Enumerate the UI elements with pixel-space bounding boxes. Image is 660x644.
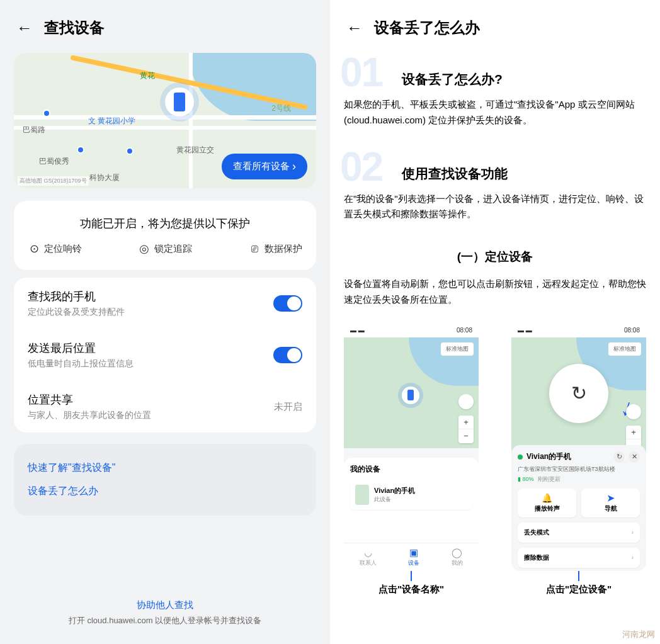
device-list-item: Vivian的手机此设备 [350,480,472,510]
device-pin-icon [402,387,419,404]
caption-b: 点击"定位设备" [511,570,646,596]
phone-status-bar: ▬ ▬08:08 [344,323,479,337]
phone-bottom-sheet: Vivian的手机 ↻ ✕ 广东省深圳市宝安区国际机场T3航站楼 ▮ 80%刚刚… [511,445,646,571]
subsection-title: (一）定位设备 [344,249,646,265]
step-1: 01 设备丢了怎么办? 如果您的手机、平板丢失或被盗，可通过"查找设备"App … [344,64,646,128]
refresh-icon: ↻ [549,364,608,423]
phone-map: 标准地图 ↻ ↓ +− [511,337,646,458]
feature-data-protect: ⎚数据保护 [248,242,302,255]
action-lost-mode: 丢失模式 [518,523,640,543]
phone-map: 标准地图 +− [344,337,479,448]
step-title: 使用查找设备功能 [344,159,646,183]
setting-send-last-location[interactable]: 发送最后位置低电量时自动上报位置信息 [14,329,316,381]
titlebar: ← 查找设备 [14,0,316,53]
feature-card: 功能已开启，将为您提供以下保护 ⊙定位响铃 ◎锁定追踪 ⎚数据保护 [14,201,316,270]
settings-card: 查找我的手机定位此设备及受支持配件 发送最后位置低电量时自动上报位置信息 位置共… [14,278,316,432]
action-navigate: ➤导航 [581,489,640,517]
tab-me: ◯我的 [452,547,463,567]
map-type-tag: 标准地图 [441,342,474,356]
sheet-title: 我的设备 [350,464,472,475]
device-address: 广东省深圳市宝安区国际机场T3航站楼 [518,465,640,473]
page-title: 查找设备 [44,18,105,38]
map-road-label: 黄花园立交 [176,145,214,155]
battery-status: ▮ 80%刚刚更新 [518,475,640,483]
close-icon: ✕ [629,451,640,463]
map-card[interactable]: 黄花 黄花园立交 文 黄花园小学 巴蜀路 巴蜀俊秀 科协大厦 2号线 查看所有设… [14,53,316,188]
link-quick-learn[interactable]: 快速了解"查找设备" [28,456,302,480]
phone-screenshot-a: ▬ ▬08:08 标准地图 +− 我的设备 Vivian的手机此设备 [344,323,479,571]
bell-icon: 🔔 [518,493,576,503]
map-copyright: 高德地图 GS(2018)1709号 [18,176,89,186]
link-device-lost[interactable]: 设备丢了怎么办 [28,480,302,503]
phone-screenshot-b: ▬ ▬08:08 标准地图 ↻ ↓ +− Vivian的手机 ↻ ✕ [511,323,646,571]
map-poi-label: 黄花 [140,71,155,81]
tab-contacts: ◡联系人 [360,547,377,567]
device-thumb-icon [355,485,369,505]
step-body: 在"我的设备"列表选择一个设备，进入设备详情页，进行定位、响铃、设置丢失模式和擦… [344,191,646,223]
device-name: Vivian的手机 [526,451,610,462]
caption-a: 点击"设备名称" [344,570,479,596]
phone-screenshots-row: ▬ ▬08:08 标准地图 +− 我的设备 Vivian的手机此设备 [344,323,646,596]
feature-lock-track: ◎锁定追踪 [138,242,192,255]
subsection-body: 设备位置将自动刷新，您也可以点击刷新按钮，远程发起定位，帮助您快速定位丢失设备所… [344,276,646,308]
map-poi-icon [126,147,134,155]
find-device-screen: ← 查找设备 黄花 黄花园立交 文 黄花园小学 巴蜀路 巴蜀俊秀 科协大厦 2号… [0,0,330,644]
tabbar: ◡联系人 ▣设备 ◯我的 [344,543,479,571]
zoom-control: +− [458,415,474,443]
phone-bottom-sheet: 我的设备 Vivian的手机此设备 ◡联系人 ▣设备 ◯我的 [344,458,479,571]
map-school-label: 文 黄花园小学 [88,116,135,127]
footer: 协助他人查找 打开 cloud.huawei.com 以便他人登录帐号并查找设备 [0,599,330,626]
view-all-devices-button[interactable]: 查看所有设备 [222,154,307,179]
back-arrow-icon[interactable]: ← [16,18,33,38]
setting-location-share[interactable]: 位置共享与家人、朋友共享此设备的位置 未开启 [14,381,316,432]
back-arrow-icon[interactable]: ← [346,18,363,38]
watermark: 河南龙网 [622,629,655,640]
step-title: 设备丢了怎么办? [344,64,646,88]
feature-heading: 功能已开启，将为您提供以下保护 [28,216,302,231]
feature-locate-ring: ⊙定位响铃 [28,242,82,255]
location-icon: ⊙ [28,242,40,255]
help-article-screen: ← 设备丢了怎么办 01 设备丢了怎么办? 如果您的手机、平板丢失或被盗，可通过… [330,0,660,644]
links-card: 快速了解"查找设备" 设备丢了怎么办 [14,444,316,516]
map-type-tag: 标准地图 [608,342,641,356]
titlebar: ← 设备丢了怎么办 [344,0,646,53]
footer-subtitle: 打开 cloud.huawei.com 以便他人登录帐号并查找设备 [0,615,330,626]
phone-status-bar: ▬ ▬08:08 [511,323,646,337]
phone-shield-icon: ⎚ [248,242,261,255]
target-icon: ◎ [138,242,151,255]
navigate-icon: ➤ [581,493,640,503]
map-poi-icon [43,110,50,117]
step-2: 02 使用查找设备功能 在"我的设备"列表选择一个设备，进入设备详情页，进行定位… [344,159,646,223]
refresh-small-icon: ↻ [613,451,625,463]
setting-find-my-phone[interactable]: 查找我的手机定位此设备及受支持配件 [14,278,316,329]
device-pin-icon[interactable] [165,88,194,116]
action-play-sound: 🔔播放铃声 [518,489,576,517]
footer-help-others-link[interactable]: 协助他人查找 [0,599,330,611]
toggle-switch[interactable] [273,295,302,312]
status-text: 未开启 [274,401,302,413]
locate-me-icon [458,394,474,409]
online-dot-icon [518,455,523,460]
map-poi-icon [77,146,84,154]
page-title: 设备丢了怎么办 [374,18,480,38]
tab-devices: ▣设备 [408,547,419,567]
toggle-switch[interactable] [273,347,302,363]
step-body: 如果您的手机、平板丢失或被盗，可通过"查找设备"App 或云空间网站 (clou… [344,97,646,128]
action-erase-data: 擦除数据 [518,548,640,568]
locate-me-icon [626,404,641,419]
